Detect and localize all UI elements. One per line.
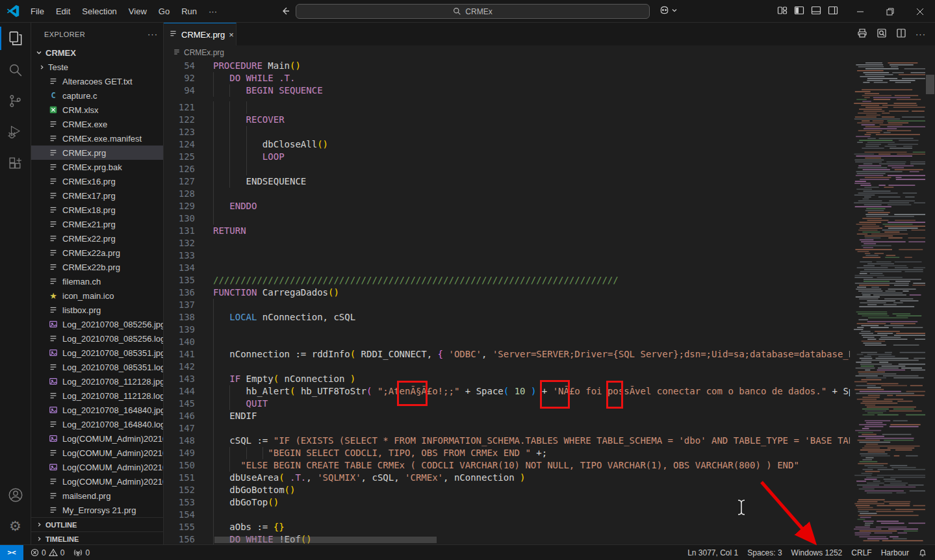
- code-line-152[interactable]: 152dbGoBottom(): [164, 484, 850, 496]
- line-number[interactable]: 121: [164, 101, 195, 114]
- line-number[interactable]: 137: [164, 299, 195, 311]
- source-control-icon[interactable]: [0, 85, 31, 116]
- tab-crmex-prg[interactable]: CRMEx.prg ×: [164, 23, 237, 45]
- menu-edit[interactable]: Edit: [50, 4, 76, 19]
- code-line-141[interactable]: 141nConnection := rddInfo( RDDI_CONNECT,…: [164, 348, 850, 361]
- file-item-fileman-ch[interactable]: fileman.ch: [31, 274, 163, 288]
- search-sidebar-icon[interactable]: [0, 54, 31, 85]
- toggle-panel-button[interactable]: [811, 5, 821, 18]
- code-line-146[interactable]: 146ENDIF: [164, 410, 850, 422]
- code-line-54[interactable]: 54PROCEDURE Main(): [164, 60, 850, 72]
- breadcrumb[interactable]: CRMEx.prg: [164, 45, 935, 60]
- line-number[interactable]: 126: [164, 163, 195, 175]
- line-number[interactable]: 144: [164, 385, 195, 398]
- code-line-148[interactable]: 148cSQL := "IF (EXISTS (SELECT * FROM IN…: [164, 435, 850, 447]
- section-timeline[interactable]: TIMELINE: [31, 531, 163, 544]
- code-line-135[interactable]: 135/////////////////////////////////////…: [164, 274, 850, 286]
- line-number[interactable]: 129: [164, 200, 195, 212]
- line-number[interactable]: 152: [164, 484, 195, 496]
- tree-root-crmex[interactable]: CRMEX: [31, 45, 163, 60]
- run-and-debug-icon[interactable]: [0, 116, 31, 147]
- line-number[interactable]: 131: [164, 225, 195, 237]
- file-item-crmex16-prg[interactable]: CRMEx16.prg: [31, 174, 163, 188]
- file-item-log-20210708-112128-log[interactable]: Log_20210708_112128.log: [31, 388, 163, 403]
- line-number[interactable]: 141: [164, 348, 195, 361]
- file-item-log-20210708-085256-log[interactable]: Log_20210708_085256.log: [31, 331, 163, 346]
- code-line-134[interactable]: 134: [164, 262, 850, 274]
- line-number[interactable]: 134: [164, 262, 195, 274]
- explorer-more-actions[interactable]: ···: [147, 29, 158, 39]
- code-line-143[interactable]: 143IF Empty( nConnection ): [164, 373, 850, 385]
- code-line-138[interactable]: 138LOCAL nConnection, cSQL: [164, 311, 850, 324]
- extensions-icon[interactable]: [0, 147, 31, 179]
- code-line-147[interactable]: 147: [164, 422, 850, 435]
- customize-layout-button[interactable]: [777, 5, 788, 18]
- line-number[interactable]: 150: [164, 459, 195, 472]
- code-line-131[interactable]: 131RETURN: [164, 225, 850, 237]
- file-item-crmex-prg-bak[interactable]: CRMEx.prg.bak: [31, 160, 163, 174]
- code-line-154[interactable]: 154: [164, 509, 850, 521]
- problems-indicator[interactable]: 0 0: [26, 545, 69, 560]
- file-item-listbox-prg[interactable]: listbox.prg: [31, 303, 163, 317]
- remote-indicator[interactable]: ><: [0, 545, 23, 560]
- file-item-log-20210708-085256-jpg[interactable]: Log_20210708_085256.jpg: [31, 317, 163, 331]
- menu-[interactable]: ···: [203, 4, 223, 19]
- line-number[interactable]: 54: [164, 60, 195, 72]
- code-line-92[interactable]: 92DO WHILE .T.: [164, 72, 850, 84]
- file-item-crmex21-prg[interactable]: CRMEx21.prg: [31, 217, 163, 231]
- line-number[interactable]: 136: [164, 286, 195, 299]
- code-line-122[interactable]: 122RECOVER: [164, 114, 850, 126]
- code-line-136[interactable]: 136FUNCTION CarregaDados(): [164, 286, 850, 299]
- more-actions-icon[interactable]: ···: [916, 29, 926, 39]
- file-item-crmex-prg[interactable]: CRMEx.prg: [31, 146, 163, 160]
- line-number[interactable]: 148: [164, 435, 195, 447]
- file-item-capture-c[interactable]: Ccapture.c: [31, 88, 163, 103]
- code-line-144[interactable]: 144hb_Alert( hb_UTF8ToStr( ";AtenÃ§Ã£o!;…: [164, 385, 850, 398]
- menu-selection[interactable]: Selection: [76, 4, 122, 19]
- line-number[interactable]: 143: [164, 373, 195, 385]
- file-item-alteracoes-get-txt[interactable]: Alteracoes GET.txt: [31, 74, 163, 88]
- line-number[interactable]: 139: [164, 324, 195, 336]
- indentation[interactable]: Spaces: 3: [743, 545, 786, 560]
- line-number[interactable]: 151: [164, 472, 195, 484]
- file-item-log-comum-admin-20210-[interactable]: Log(COMUM_Admin)20210...: [31, 474, 163, 489]
- line-number[interactable]: 142: [164, 361, 195, 373]
- file-item-my-errorsys-21-prg[interactable]: My_Errorsys 21.prg: [31, 503, 163, 517]
- line-number[interactable]: 92: [164, 72, 195, 84]
- code-line-121[interactable]: 121: [164, 101, 850, 114]
- code-line-149[interactable]: 149"BEGIN SELECT CODCLI, TIPO, OBS FROM …: [164, 447, 850, 459]
- section-outline[interactable]: OUTLINE: [31, 517, 163, 531]
- line-number[interactable]: 133: [164, 249, 195, 262]
- line-number[interactable]: 94: [164, 84, 195, 97]
- line-number[interactable]: 155: [164, 521, 195, 533]
- accounts-icon[interactable]: [0, 479, 31, 511]
- language-mode[interactable]: Harbour: [877, 545, 914, 560]
- search-editor-icon[interactable]: [877, 28, 887, 40]
- tab-close-icon[interactable]: ×: [229, 30, 234, 40]
- vertical-scrollbar[interactable]: [925, 60, 935, 544]
- toggle-primary-sidebar-button[interactable]: [794, 5, 804, 18]
- file-item-log-20210708-085351-log[interactable]: Log_20210708_085351.log: [31, 360, 163, 374]
- line-number[interactable]: 123: [164, 126, 195, 138]
- code-line-128[interactable]: 128: [164, 188, 850, 200]
- back-button[interactable]: [280, 6, 290, 16]
- file-item-crmex-exe-manifest[interactable]: CRMEx.exe.manifest: [31, 131, 163, 146]
- file-item-log-20210708-164840-log[interactable]: Log_20210708_164840.log: [31, 417, 163, 431]
- horizontal-scrollbar[interactable]: [214, 537, 437, 543]
- explorer-icon[interactable]: [0, 23, 31, 54]
- line-number[interactable]: 156: [164, 533, 195, 544]
- menu-go[interactable]: Go: [153, 4, 175, 19]
- encoding[interactable]: Windows 1252: [787, 545, 847, 560]
- file-item-crmex22b-prg[interactable]: CRMEx22b.prg: [31, 260, 163, 274]
- ports-indicator[interactable]: 0: [69, 545, 94, 560]
- code-line-139[interactable]: 139: [164, 324, 850, 336]
- code-line-124[interactable]: 124dbCloseAll(): [164, 138, 850, 151]
- split-editor-icon[interactable]: [896, 28, 906, 40]
- code-line-94[interactable]: 94BEGIN SEQUENCE: [164, 84, 850, 97]
- code-line-125[interactable]: 125LOOP: [164, 151, 850, 163]
- code-line-123[interactable]: 123: [164, 126, 850, 138]
- file-item-log-comum-admin-20210-[interactable]: Log(COMUM_Admin)20210...: [31, 446, 163, 460]
- line-number[interactable]: 146: [164, 410, 195, 422]
- line-number[interactable]: 128: [164, 188, 195, 200]
- minimize-button[interactable]: [845, 0, 875, 23]
